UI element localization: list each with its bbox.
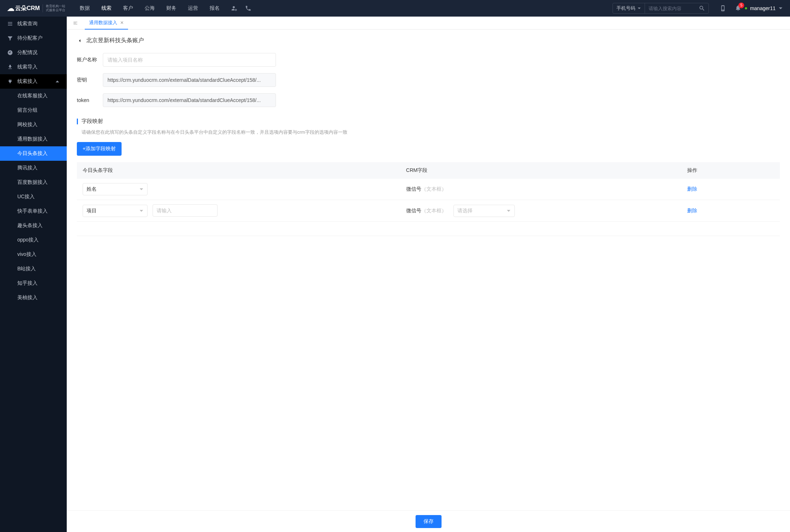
- phone-icon[interactable]: [245, 5, 251, 12]
- section-title: 字段映射: [77, 118, 780, 125]
- th-toutiao-field: 今日头条字段: [77, 162, 400, 179]
- sidebar-sub-qutoutiao[interactable]: 趣头条接入: [0, 218, 67, 233]
- search-input[interactable]: [645, 6, 695, 11]
- plug-icon: [7, 79, 13, 84]
- logo-subtext: 教育机构一站式服务云平台: [43, 4, 65, 12]
- delete-link[interactable]: 删除: [687, 186, 697, 192]
- chevron-down-icon: [637, 6, 641, 10]
- nav-icon-group: [231, 5, 251, 12]
- sidebar-sub-meiyou[interactable]: 美柚接入: [0, 291, 67, 305]
- search-icon: [699, 5, 705, 12]
- notification-bell[interactable]: 5: [735, 5, 741, 12]
- account-name-label: 账户名称: [77, 57, 103, 63]
- crm-field-label: 微信号: [406, 208, 421, 213]
- export-icon: [7, 64, 13, 70]
- table-row: [77, 222, 780, 236]
- token-input[interactable]: [103, 93, 276, 107]
- sidebar: 线索查询 待分配客户 分配情况 线索导入 线索接入 在线客服接入 留言分组 网校…: [0, 17, 67, 532]
- nav-finance[interactable]: 财务: [166, 5, 176, 12]
- sidebar-sub-oppo[interactable]: oppo接入: [0, 233, 67, 247]
- sidebar-sub-kuaishou[interactable]: 快手表单接入: [0, 204, 67, 218]
- sidebar-sub-message-group[interactable]: 留言分组: [0, 103, 67, 118]
- footer-bar: 保存: [67, 510, 790, 532]
- th-crm-field: CRM字段: [400, 162, 682, 179]
- sidebar-sub-zhihu[interactable]: 知乎接入: [0, 276, 67, 291]
- page-title-text: 北京昱新科技头条账户: [86, 37, 144, 44]
- sidebar-item-pending[interactable]: 待分配客户: [0, 31, 67, 45]
- crm-field-hint: （文本框）: [421, 208, 447, 213]
- sidebar-sub-baidu[interactable]: 百度数据接入: [0, 175, 67, 190]
- chevron-left-icon: [77, 38, 83, 44]
- app-header: 云朵CRM 教育机构一站式服务云平台 数据 线索 客户 公海 财务 运营 报名 …: [0, 0, 790, 17]
- field-select[interactable]: 姓名: [83, 183, 148, 195]
- sidebar-item-access[interactable]: 线索接入: [0, 74, 67, 89]
- crm-select[interactable]: 请选择: [453, 205, 515, 217]
- sidebar-item-distribution[interactable]: 分配情况: [0, 45, 67, 60]
- nav-signup[interactable]: 报名: [210, 5, 220, 12]
- sidebar-sub-bilibili[interactable]: B站接入: [0, 262, 67, 276]
- top-nav: 数据 线索 客户 公海 财务 运营 报名: [80, 5, 220, 12]
- chevron-down-icon: [139, 209, 144, 213]
- secret-input[interactable]: [103, 73, 276, 87]
- user-add-icon[interactable]: [231, 5, 237, 12]
- table-row: 姓名 微信号（文本框） 删除: [77, 179, 780, 200]
- search-group: 手机号码: [613, 3, 709, 14]
- token-label: token: [77, 97, 103, 103]
- menu-fold-icon: [73, 21, 78, 26]
- username-label: manager11: [750, 5, 776, 11]
- crm-field-label: 微信号: [406, 186, 421, 192]
- mobile-icon[interactable]: [720, 5, 726, 12]
- delete-link[interactable]: 删除: [687, 208, 697, 213]
- th-action: 操作: [681, 162, 780, 179]
- sidebar-sub-toutiao[interactable]: 今日头条接入: [0, 146, 67, 161]
- section-desc: 请确保您在此填写的头条自定义字段名称与在今日头条平台中自定义的字段名称一致，并且…: [77, 129, 780, 136]
- crm-field-hint: （文本框）: [421, 186, 447, 192]
- field-select[interactable]: 项目: [83, 205, 148, 217]
- search-button[interactable]: [695, 3, 708, 13]
- save-button[interactable]: 保存: [416, 515, 442, 528]
- right-icons: 5: [720, 5, 741, 12]
- tab-bar: 通用数据接入 ✕: [67, 17, 790, 30]
- nav-ops[interactable]: 运营: [188, 5, 198, 12]
- sidebar-sub-vivo[interactable]: vivo接入: [0, 247, 67, 262]
- page-content: 北京昱新科技头条账户 账户名称 密钥 token 字段映射 请确保您在此填写的头…: [67, 30, 790, 532]
- main-area: 通用数据接入 ✕ 北京昱新科技头条账户 账户名称 密钥 token 字段映射: [67, 17, 790, 532]
- user-menu[interactable]: manager11: [745, 5, 783, 11]
- logo-text: 云朵CRM: [7, 4, 40, 13]
- clock-icon: [7, 50, 13, 56]
- account-name-input[interactable]: [103, 53, 276, 67]
- back-title[interactable]: 北京昱新科技头条账户: [77, 37, 780, 44]
- sidebar-item-import[interactable]: 线索导入: [0, 60, 67, 74]
- nav-clue[interactable]: 线索: [101, 5, 111, 12]
- table-row: 项目 微信号（文本框） 请选择 删除: [77, 200, 780, 222]
- chevron-down-icon: [506, 209, 511, 213]
- nav-customer[interactable]: 客户: [123, 5, 133, 12]
- field-text-input[interactable]: [153, 204, 218, 217]
- sidebar-sub-online-cs[interactable]: 在线客服接入: [0, 89, 67, 103]
- sidebar-sub-generic[interactable]: 通用数据接入: [0, 132, 67, 146]
- sidebar-sub-uc[interactable]: UC接入: [0, 190, 67, 204]
- logo: 云朵CRM 教育机构一站式服务云平台: [7, 4, 65, 13]
- chevron-down-icon: [139, 187, 144, 191]
- list-icon: [7, 21, 13, 27]
- search-type-select[interactable]: 手机号码: [613, 3, 645, 13]
- nav-data[interactable]: 数据: [80, 5, 90, 12]
- sidebar-toggle-button[interactable]: [72, 19, 79, 27]
- close-icon[interactable]: ✕: [120, 20, 124, 25]
- add-mapping-button[interactable]: +添加字段映射: [77, 142, 122, 156]
- chevron-up-icon: [55, 79, 60, 84]
- filter-icon: [7, 35, 13, 41]
- tab-generic-access[interactable]: 通用数据接入 ✕: [85, 17, 128, 30]
- sidebar-sub-school[interactable]: 网校接入: [0, 118, 67, 132]
- mapping-table: 今日头条字段 CRM字段 操作 姓名 微: [77, 162, 780, 236]
- secret-label: 密钥: [77, 77, 103, 83]
- sidebar-item-clue-query[interactable]: 线索查询: [0, 17, 67, 31]
- notification-badge: 5: [738, 3, 744, 8]
- sidebar-sub-tencent[interactable]: 腾讯接入: [0, 161, 67, 175]
- nav-pool[interactable]: 公海: [145, 5, 155, 12]
- status-dot-icon: [745, 7, 747, 9]
- chevron-down-icon: [778, 6, 783, 10]
